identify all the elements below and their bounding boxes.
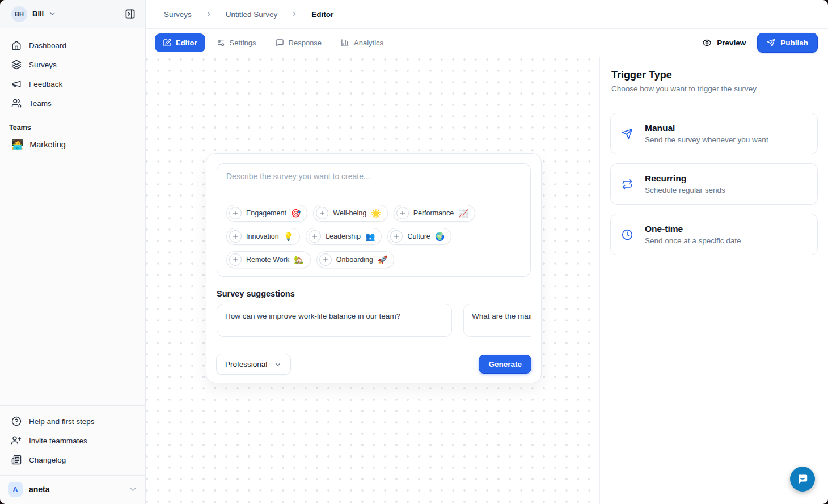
trigger-option-title: Manual <box>645 123 768 133</box>
generate-button[interactable]: Generate <box>479 355 531 374</box>
tab-label: Response <box>289 39 322 47</box>
plus-icon <box>229 253 242 266</box>
topic-chip-innovation[interactable]: Innovation 💡 <box>226 228 300 245</box>
workspace-name[interactable]: Bill <box>32 10 44 18</box>
chip-label: Engagement <box>246 209 286 217</box>
megaphone-icon <box>11 79 22 89</box>
suggestion-card[interactable]: What are the main ob <box>463 304 531 337</box>
topic-chip-leadership[interactable]: Leadership 👥 <box>306 228 382 245</box>
trigger-option-description: Send once at a specific date <box>645 236 741 245</box>
topic-chip-performance[interactable]: Performance 📈 <box>394 205 475 222</box>
chat-launcher-button[interactable] <box>790 467 815 492</box>
topic-chip-well-being[interactable]: Well-being 🌟 <box>313 205 387 222</box>
preview-button[interactable]: Preview <box>702 38 746 48</box>
sidebar-item-label: Feedback <box>29 80 62 88</box>
technologist-emoji-icon: 🧑‍💻 <box>11 139 23 149</box>
trigger-type-panel: Trigger Type Choose how you want to trig… <box>599 57 828 504</box>
tab-analytics[interactable]: Analytics <box>333 33 391 52</box>
breadcrumb-untitled-survey[interactable]: Untitled Survey <box>226 10 278 19</box>
sidebar-item-changelog[interactable]: Changelog <box>5 450 141 469</box>
sidebar-item-dashboard[interactable]: Dashboard <box>5 36 141 55</box>
collapse-sidebar-button[interactable] <box>122 7 137 22</box>
tab-response[interactable]: Response <box>268 33 330 52</box>
suggestion-card[interactable]: How can we improve work-life balance in … <box>217 304 452 337</box>
sidebar-item-invite-teammates[interactable]: Invite teammates <box>5 431 141 450</box>
survey-prompt-box: Engagement 🎯 Well-being 🌟 <box>217 163 531 277</box>
rocket-emoji-icon: 🚀 <box>378 256 387 264</box>
bulb-emoji-icon: 💡 <box>284 232 293 240</box>
house-emoji-icon: 🏡 <box>294 256 303 264</box>
sidebar-item-help[interactable]: Help and first steps <box>5 412 141 431</box>
sidebar-footer: Help and first steps Invite teammates Ch… <box>0 405 145 475</box>
composer-footer: Professional Generate <box>206 346 541 383</box>
tone-value: Professional <box>225 360 267 369</box>
content: Engagement 🎯 Well-being 🌟 <box>146 57 828 504</box>
clock-icon <box>622 229 633 240</box>
trigger-option-one-time[interactable]: One-time Send once at a specific date <box>610 214 818 255</box>
users-icon <box>11 98 22 108</box>
workspace-switcher[interactable]: BH Bill <box>0 0 145 28</box>
chat-bubble-icon <box>796 472 809 486</box>
trigger-panel-header: Trigger Type Choose how you want to trig… <box>600 57 828 103</box>
panel-title: Trigger Type <box>611 69 817 81</box>
chip-label: Onboarding <box>336 256 373 264</box>
trigger-options: Manual Send the survey whenever you want… <box>600 103 828 265</box>
breadcrumb-surveys[interactable]: Surveys <box>164 10 192 19</box>
topic-chip-engagement[interactable]: Engagement 🎯 <box>226 205 307 222</box>
chevron-down-icon <box>274 361 282 369</box>
sidebar-item-surveys[interactable]: Surveys <box>5 55 141 74</box>
sidebar-item-label: Dashboard <box>29 41 66 50</box>
sidebar-item-marketing-team[interactable]: 🧑‍💻 Marketing <box>0 135 145 153</box>
chip-label: Remote Work <box>246 256 289 264</box>
bar-chart-icon <box>341 39 349 47</box>
user-avatar: A <box>8 482 23 497</box>
tabbar: Editor Settings Response Analytics <box>146 29 828 57</box>
publish-label: Publish <box>780 39 808 47</box>
survey-composer-card: Engagement 🎯 Well-being 🌟 <box>206 153 542 383</box>
plus-icon <box>390 230 403 243</box>
globe-emoji-icon: 🌍 <box>435 232 445 240</box>
trigger-option-manual[interactable]: Manual Send the survey whenever you want <box>610 113 818 154</box>
user-menu[interactable]: A aneta <box>0 475 145 504</box>
edit-icon <box>163 39 171 47</box>
sidebar-item-teams[interactable]: Teams <box>5 94 141 113</box>
editor-canvas[interactable]: Engagement 🎯 Well-being 🌟 <box>146 57 599 504</box>
chart-emoji-icon: 📈 <box>458 209 468 217</box>
home-icon <box>11 40 22 50</box>
trigger-option-title: One-time <box>645 224 741 234</box>
plus-icon <box>229 207 242 219</box>
survey-description-input[interactable] <box>226 172 521 200</box>
tab-editor[interactable]: Editor <box>155 33 205 52</box>
workspace-avatar[interactable]: BH <box>11 6 27 22</box>
tab-label: Settings <box>230 39 256 47</box>
chevron-down-icon <box>129 485 137 494</box>
suggestions-heading: Survey suggestions <box>217 289 531 298</box>
panel-collapse-icon <box>125 9 136 19</box>
eye-icon <box>702 38 712 48</box>
trigger-option-title: Recurring <box>645 173 725 184</box>
trigger-option-recurring[interactable]: Recurring Schedule regular sends <box>610 163 818 205</box>
tab-settings[interactable]: Settings <box>209 33 264 52</box>
star-emoji-icon: 🌟 <box>371 209 381 217</box>
team-name: Marketing <box>29 140 66 149</box>
plus-icon <box>319 253 332 266</box>
sidebar-item-feedback[interactable]: Feedback <box>5 74 141 94</box>
topic-chip-onboarding[interactable]: Onboarding 🚀 <box>316 251 395 268</box>
tone-select[interactable]: Professional <box>216 354 291 375</box>
sidebar-nav: Dashboard Surveys Feedback Teams <box>0 28 145 113</box>
sidebar: BH Bill Dashboard Surv <box>0 0 146 504</box>
sidebar-item-label: Changelog <box>29 456 66 464</box>
tab-label: Editor <box>176 39 197 47</box>
sidebar-item-label: Surveys <box>29 61 57 69</box>
chip-label: Culture <box>407 232 430 240</box>
publish-button[interactable]: Publish <box>757 33 818 53</box>
topic-chip-remote-work[interactable]: Remote Work 🏡 <box>226 251 311 268</box>
repeat-icon <box>622 179 633 190</box>
chip-label: Well-being <box>333 209 366 217</box>
plus-icon <box>309 230 321 243</box>
user-name: aneta <box>29 485 50 494</box>
plus-icon <box>396 207 409 219</box>
topic-chip-culture[interactable]: Culture 🌍 <box>387 228 451 245</box>
sidebar-item-label: Help and first steps <box>29 417 95 426</box>
breadcrumb: Surveys Untitled Survey Editor <box>146 0 828 29</box>
